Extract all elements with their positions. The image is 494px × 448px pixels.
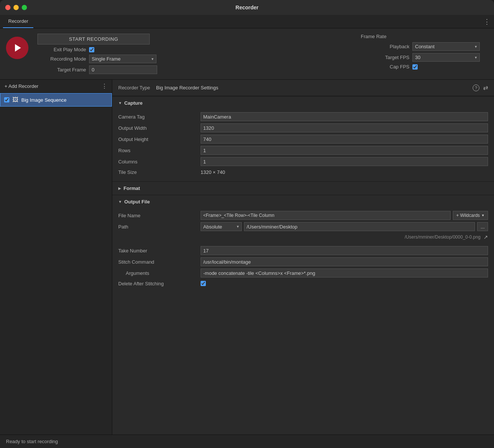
file-name-input[interactable]: [201, 211, 451, 220]
columns-label: Columns: [118, 159, 201, 165]
output-width-input[interactable]: [201, 123, 488, 132]
rows-label: Rows: [118, 148, 201, 153]
arguments-row: Arguments: [118, 267, 488, 279]
stitch-command-row: Stitch Command: [118, 256, 488, 267]
path-type-select-wrapper: Absolute Relative: [201, 222, 242, 231]
capture-props: Camera Tag Output Width Output Height Ro…: [112, 110, 494, 181]
header-right: Frame Rate Playback Constant Variable Ta…: [361, 34, 488, 70]
traffic-lights: [5, 5, 27, 10]
wildcards-button[interactable]: + Wildcards ▼: [453, 211, 488, 220]
sliders-icon: ⇄: [483, 85, 488, 91]
window-title: Recorder: [235, 4, 258, 10]
file-name-row: File Name + Wildcards ▼: [118, 210, 488, 221]
target-fps-row: Target FPS 24 25 30 50 60: [361, 53, 488, 62]
playback-select-wrapper: Constant Variable: [412, 42, 480, 51]
start-recording-button[interactable]: START RECORDING: [37, 34, 150, 45]
frame-rate-title: Frame Rate: [361, 34, 488, 39]
tab-more-button[interactable]: ⋮: [484, 18, 490, 25]
delete-after-stitching-label: Delete After Stitching: [118, 281, 201, 286]
camera-tag-input[interactable]: [201, 112, 488, 121]
exit-play-mode-row: Exit Play Mode: [37, 47, 352, 52]
recorder-type-row: Recorder Type Big Image Recorder Setting…: [118, 85, 218, 90]
path-preview-controls: /Users/mminer/Desktop/0000_0-0.png ↗: [201, 233, 488, 241]
capture-section-title: Capture: [124, 100, 143, 106]
target-frame-input[interactable]: [89, 65, 157, 74]
tab-recorder[interactable]: Recorder: [3, 15, 33, 28]
recorder-item-checkbox[interactable]: [4, 97, 9, 102]
recording-mode-select[interactable]: Single Frame Frame Interval Time Interva…: [89, 55, 156, 63]
tab-bar: Recorder ⋮: [0, 15, 494, 28]
path-row: Path Absolute Relative ...: [118, 221, 488, 232]
output-width-row: Output Width: [118, 122, 488, 134]
recorder-item-label: Big Image Sequence: [21, 97, 67, 103]
open-folder-icon: ↗: [484, 234, 488, 240]
output-height-input[interactable]: [201, 135, 488, 144]
output-height-label: Output Height: [118, 136, 201, 142]
open-folder-button[interactable]: ↗: [484, 234, 488, 240]
right-panel: Recorder Type Big Image Recorder Setting…: [112, 80, 494, 445]
playback-select[interactable]: Constant Variable: [412, 42, 480, 51]
output-file-section-title: Output File: [124, 199, 150, 205]
maximize-button[interactable]: [22, 5, 27, 10]
exit-play-mode-label: Exit Play Mode: [37, 47, 86, 52]
rows-input[interactable]: [201, 146, 488, 155]
path-input[interactable]: [244, 222, 475, 231]
delete-after-stitching-checkbox[interactable]: [201, 281, 206, 286]
take-number-label: Take Number: [118, 248, 201, 254]
header-section: START RECORDING Exit Play Mode Recording…: [0, 28, 494, 80]
status-bar: Ready to start recording: [0, 435, 494, 448]
columns-row: Columns: [118, 156, 488, 167]
recording-mode-label: Recording Mode: [37, 56, 86, 62]
browse-button[interactable]: ...: [477, 222, 488, 231]
target-fps-label: Target FPS: [361, 55, 409, 60]
cap-fps-label: Cap FPS: [361, 64, 409, 70]
delete-after-stitching-row: Delete After Stitching: [118, 279, 488, 288]
path-type-select[interactable]: Absolute Relative: [201, 222, 242, 231]
take-number-row: Take Number: [118, 245, 488, 256]
wildcards-chevron-icon: ▼: [481, 214, 485, 217]
help-button[interactable]: ?: [473, 84, 479, 91]
exit-play-mode-checkbox[interactable]: [89, 47, 94, 52]
main-area: + Add Recorder ⋮ 🖼 Big Image Sequence Re…: [0, 80, 494, 445]
recording-mode-select-wrapper: Single Frame Frame Interval Time Interva…: [89, 55, 156, 63]
stitch-command-input[interactable]: [201, 257, 488, 266]
output-file-arrow-icon: ▼: [118, 200, 122, 204]
take-number-input[interactable]: [201, 246, 488, 255]
arguments-input[interactable]: [201, 269, 488, 277]
recorder-type-value: Big Image Recorder Settings: [156, 85, 218, 90]
add-recorder-button[interactable]: + Add Recorder: [4, 83, 39, 89]
header-left: START RECORDING Exit Play Mode Recording…: [37, 34, 352, 74]
close-button[interactable]: [5, 5, 10, 10]
panel-more-icon[interactable]: ⋮: [101, 83, 107, 90]
minimize-button[interactable]: [13, 5, 19, 10]
target-frame-row: Target Frame: [37, 65, 352, 74]
cap-fps-checkbox[interactable]: [412, 64, 418, 70]
svg-marker-0: [15, 44, 21, 52]
output-file-section-header[interactable]: ▼ Output File: [112, 195, 494, 208]
playback-label: Playback: [361, 44, 409, 49]
columns-input[interactable]: [201, 157, 488, 166]
title-bar: Recorder: [0, 0, 494, 15]
format-section-title: Format: [124, 185, 140, 191]
tile-size-row: Tile Size 1320 × 740: [118, 167, 488, 177]
recorder-item-icon: 🖼: [12, 96, 18, 103]
recorder-item[interactable]: 🖼 Big Image Sequence: [0, 93, 112, 107]
format-section-header[interactable]: ▶ Format: [112, 182, 494, 195]
recording-mode-row: Recording Mode Single Frame Frame Interv…: [37, 55, 352, 63]
output-height-row: Output Height: [118, 134, 488, 145]
left-panel: + Add Recorder ⋮ 🖼 Big Image Sequence: [0, 80, 112, 445]
path-controls: Absolute Relative ...: [201, 222, 488, 231]
playback-row: Playback Constant Variable: [361, 42, 488, 51]
path-preview-row: /Users/mminer/Desktop/0000_0-0.png ↗: [118, 232, 488, 242]
format-arrow-icon: ▶: [118, 186, 121, 190]
camera-tag-row: Camera Tag: [118, 111, 488, 122]
camera-tag-label: Camera Tag: [118, 114, 201, 120]
capture-arrow-icon: ▼: [118, 101, 122, 105]
target-fps-select[interactable]: 24 25 30 50 60: [412, 53, 480, 62]
arguments-label: Arguments: [118, 270, 201, 276]
status-text: Ready to start recording: [6, 439, 58, 444]
settings-button[interactable]: ⇄: [483, 84, 488, 91]
path-preview-text: /Users/mminer/Desktop/0000_0-0.png: [405, 234, 481, 240]
question-icon: ?: [473, 85, 479, 91]
capture-section-header[interactable]: ▼ Capture: [112, 96, 494, 110]
